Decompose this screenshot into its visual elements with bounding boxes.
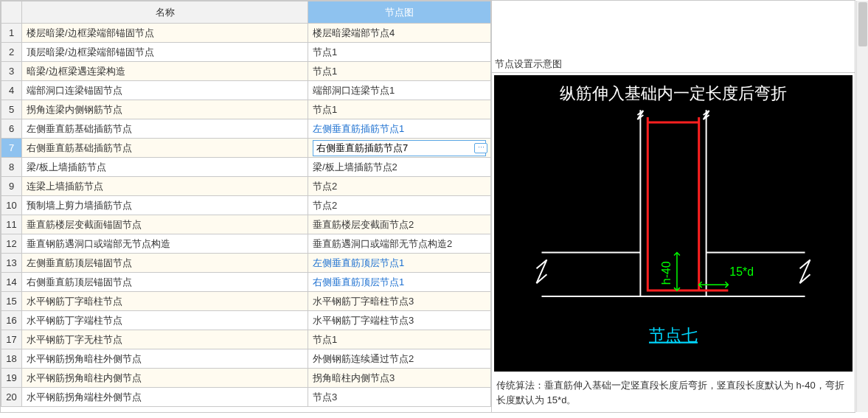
- row-node-cell[interactable]: ⋯: [308, 139, 491, 158]
- row-name-cell[interactable]: 水平钢筋拐角暗柱外侧节点: [22, 349, 308, 369]
- row-node-value[interactable]: 右侧垂直筋顶层节点1: [313, 276, 404, 288]
- row-number[interactable]: 7: [1, 139, 22, 158]
- row-number[interactable]: 20: [1, 388, 22, 407]
- row-node-cell[interactable]: 节点2: [308, 196, 491, 215]
- row-name-cell[interactable]: 水平钢筋丁字无柱节点: [22, 330, 308, 349]
- node-edit-input[interactable]: [313, 140, 486, 156]
- row-number[interactable]: 15: [1, 292, 22, 311]
- table-row[interactable]: 7右侧垂直筋基础插筋节点⋯: [1, 139, 491, 158]
- row-number[interactable]: 17: [1, 330, 22, 349]
- row-node-value[interactable]: 节点2: [313, 181, 337, 192]
- row-name-cell[interactable]: 垂直筋楼层变截面锚固节点: [22, 215, 308, 234]
- table-row[interactable]: 17水平钢筋丁字无柱节点节点1: [1, 330, 491, 349]
- row-node-value[interactable]: 节点3: [313, 391, 337, 403]
- table-row[interactable]: 13左侧垂直筋顶层锚固节点左侧垂直筋顶层节点1: [1, 254, 491, 273]
- row-number[interactable]: 1: [1, 24, 22, 43]
- row-number[interactable]: 14: [1, 273, 22, 292]
- table-row[interactable]: 20水平钢筋拐角端柱外侧节点节点3: [1, 388, 491, 407]
- row-node-cell[interactable]: 节点1: [308, 330, 491, 349]
- table-row[interactable]: 18水平钢筋拐角暗柱外侧节点外侧钢筋连续通过节点2: [1, 349, 491, 369]
- table-row[interactable]: 10预制墙上剪力墙插筋节点节点2: [1, 196, 491, 215]
- row-number[interactable]: 12: [1, 234, 22, 254]
- header-node[interactable]: 节点图: [308, 1, 491, 24]
- row-name-cell[interactable]: 水平钢筋拐角暗柱内侧节点: [22, 369, 308, 388]
- row-name-cell[interactable]: 左侧垂直筋基础插筋节点: [22, 119, 308, 139]
- row-name-cell[interactable]: 楼层暗梁/边框梁端部锚固节点: [22, 24, 308, 43]
- table-row[interactable]: 14右侧垂直筋顶层锚固节点右侧垂直筋顶层节点1: [1, 273, 491, 292]
- row-name-cell[interactable]: 预制墙上剪力墙插筋节点: [22, 196, 308, 215]
- row-node-value[interactable]: 左侧垂直筋顶层节点1: [313, 257, 404, 268]
- row-node-value[interactable]: 节点1: [313, 66, 337, 77]
- row-name-cell[interactable]: 右侧垂直筋顶层锚固节点: [22, 273, 308, 292]
- row-node-cell[interactable]: 节点3: [308, 388, 491, 407]
- row-name-cell[interactable]: 暗梁/边框梁遇连梁构造: [22, 62, 308, 81]
- row-number[interactable]: 11: [1, 215, 22, 234]
- row-node-value[interactable]: 梁/板上墙插筋节点2: [313, 161, 397, 173]
- table-row[interactable]: 5拐角连梁内侧钢筋节点节点1: [1, 100, 491, 119]
- row-name-cell[interactable]: 连梁上墙插筋节点: [22, 177, 308, 196]
- row-node-value[interactable]: 拐角暗柱内侧节点3: [313, 372, 395, 383]
- table-row[interactable]: 3暗梁/边框梁遇连梁构造节点1: [1, 62, 491, 81]
- row-node-value[interactable]: 左侧垂直筋插筋节点1: [313, 123, 404, 134]
- row-node-value[interactable]: 楼层暗梁端部节点4: [313, 27, 395, 38]
- row-name-cell[interactable]: 左侧垂直筋顶层锚固节点: [22, 254, 308, 273]
- vertical-scrollbar[interactable]: [856, 1, 868, 412]
- row-name-cell[interactable]: 水平钢筋丁字端柱节点: [22, 311, 308, 330]
- row-node-value[interactable]: 节点1: [313, 104, 337, 115]
- row-number[interactable]: 9: [1, 177, 22, 196]
- ellipsis-icon[interactable]: ⋯: [474, 143, 487, 153]
- row-name-cell[interactable]: 顶层暗梁/边框梁端部锚固节点: [22, 43, 308, 62]
- row-node-value[interactable]: 外侧钢筋连续通过节点2: [313, 353, 414, 364]
- table-row[interactable]: 1楼层暗梁/边框梁端部锚固节点楼层暗梁端部节点4: [1, 24, 491, 43]
- row-node-value[interactable]: 节点1: [313, 334, 337, 345]
- table-row[interactable]: 8梁/板上墙插筋节点梁/板上墙插筋节点2: [1, 158, 491, 177]
- row-name-cell[interactable]: 拐角连梁内侧钢筋节点: [22, 100, 308, 119]
- row-name-cell[interactable]: 水平钢筋拐角端柱外侧节点: [22, 388, 308, 407]
- row-number[interactable]: 18: [1, 349, 22, 369]
- row-node-cell[interactable]: 水平钢筋丁字暗柱节点3: [308, 292, 491, 311]
- table-row[interactable]: 16水平钢筋丁字端柱节点水平钢筋丁字端柱节点3: [1, 311, 491, 330]
- row-node-cell[interactable]: 节点1: [308, 100, 491, 119]
- row-number[interactable]: 5: [1, 100, 22, 119]
- scrollbar-thumb[interactable]: [858, 2, 867, 46]
- row-number[interactable]: 19: [1, 369, 22, 388]
- row-node-value[interactable]: 节点1: [313, 46, 337, 58]
- row-number[interactable]: 3: [1, 62, 22, 81]
- table-row[interactable]: 2顶层暗梁/边框梁端部锚固节点节点1: [1, 43, 491, 62]
- row-number[interactable]: 4: [1, 81, 22, 100]
- row-number[interactable]: 10: [1, 196, 22, 215]
- table-row[interactable]: 19水平钢筋拐角暗柱内侧节点拐角暗柱内侧节点3: [1, 369, 491, 388]
- row-node-value[interactable]: 水平钢筋丁字暗柱节点3: [313, 296, 414, 307]
- row-node-cell[interactable]: 端部洞口连梁节点1: [308, 81, 491, 100]
- table-row[interactable]: 4端部洞口连梁锚固节点端部洞口连梁节点1: [1, 81, 491, 100]
- row-name-cell[interactable]: 端部洞口连梁锚固节点: [22, 81, 308, 100]
- row-name-cell[interactable]: 右侧垂直筋基础插筋节点: [22, 139, 308, 158]
- row-node-cell[interactable]: 左侧垂直筋插筋节点1: [308, 119, 491, 139]
- row-name-cell[interactable]: 梁/板上墙插筋节点: [22, 158, 308, 177]
- row-number[interactable]: 16: [1, 311, 22, 330]
- row-node-cell[interactable]: 节点2: [308, 177, 491, 196]
- row-node-value[interactable]: 端部洞口连梁节点1: [313, 85, 395, 96]
- row-node-cell[interactable]: 外侧钢筋连续通过节点2: [308, 349, 491, 369]
- row-node-cell[interactable]: 水平钢筋丁字端柱节点3: [308, 311, 491, 330]
- row-node-cell[interactable]: 节点1: [308, 62, 491, 81]
- row-node-cell[interactable]: 垂直筋楼层变截面节点2: [308, 215, 491, 234]
- row-number[interactable]: 8: [1, 158, 22, 177]
- table-row[interactable]: 9连梁上墙插筋节点节点2: [1, 177, 491, 196]
- row-node-value[interactable]: 垂直筋楼层变截面节点2: [313, 219, 414, 230]
- header-name[interactable]: 名称: [22, 1, 308, 24]
- row-node-value[interactable]: 垂直筋遇洞口或端部无节点构造2: [313, 238, 452, 249]
- table-row[interactable]: 11垂直筋楼层变截面锚固节点垂直筋楼层变截面节点2: [1, 215, 491, 234]
- row-node-cell[interactable]: 拐角暗柱内侧节点3: [308, 369, 491, 388]
- row-node-cell[interactable]: 左侧垂直筋顶层节点1: [308, 254, 491, 273]
- row-node-cell[interactable]: 楼层暗梁端部节点4: [308, 24, 491, 43]
- row-node-cell[interactable]: 梁/板上墙插筋节点2: [308, 158, 491, 177]
- row-name-cell[interactable]: 垂直钢筋遇洞口或端部无节点构造: [22, 234, 308, 254]
- table-row[interactable]: 6左侧垂直筋基础插筋节点左侧垂直筋插筋节点1: [1, 119, 491, 139]
- row-number[interactable]: 13: [1, 254, 22, 273]
- row-node-value[interactable]: 节点2: [313, 200, 337, 211]
- table-row[interactable]: 12垂直钢筋遇洞口或端部无节点构造垂直筋遇洞口或端部无节点构造2: [1, 234, 491, 254]
- row-number[interactable]: 6: [1, 119, 22, 139]
- row-node-cell[interactable]: 节点1: [308, 43, 491, 62]
- row-number[interactable]: 2: [1, 43, 22, 62]
